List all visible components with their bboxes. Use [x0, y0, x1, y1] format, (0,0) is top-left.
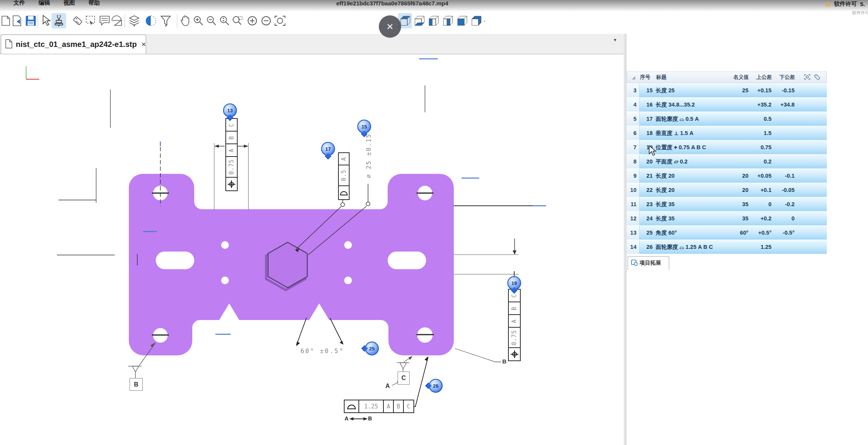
license-status[interactable]: ⚠ 软件许可 5. [825, 0, 865, 8]
row-index[interactable]: 11 [627, 197, 640, 211]
view-cube-back-icon[interactable] [469, 13, 483, 28]
menu-edit[interactable]: 编辑 [38, 0, 50, 7]
table-row[interactable]: 7 19 位置度 ⌖ 0.75 A B C 0.75 [627, 140, 827, 154]
row-index[interactable]: 9 [627, 169, 640, 183]
fcf-position-13[interactable]: C B A 0.75 [226, 118, 237, 191]
row-index[interactable]: 4 [627, 98, 640, 112]
balloon-number: 19 [511, 280, 517, 286]
view-cube-left-icon[interactable] [427, 13, 440, 28]
menu-view[interactable]: 视图 [63, 0, 75, 7]
chevron-down-icon[interactable]: ▾ [133, 24, 135, 28]
zoom-out-button-icon[interactable] [260, 13, 272, 28]
table-row[interactable]: 6 18 垂直度 ⊥ 1.5 A 1.5 [627, 126, 827, 140]
chevron-left-icon[interactable]: ‹ [484, 18, 485, 23]
view-cube-right-icon[interactable] [441, 13, 455, 28]
datum-box-b[interactable]: B [130, 378, 143, 391]
select-cursor-icon[interactable] [40, 13, 52, 28]
table-row[interactable]: 3 15 长度 25 25 +0.15 -0.15 [627, 83, 827, 97]
table-row[interactable]: 10 22 长度 20 20 +0.1 -0.05 [627, 183, 827, 197]
fcf-profile-26[interactable]: 1.25 A B C [344, 400, 414, 413]
row-index[interactable]: 13 [627, 226, 640, 240]
row-index[interactable]: 7 [627, 140, 640, 154]
open-document-icon[interactable] [12, 13, 24, 28]
table-body: 3 15 长度 25 25 +0.15 -0.15 4 16 长度 34.8..… [627, 83, 827, 254]
fcf-position-19[interactable]: C B A 0.75 [508, 289, 520, 361]
zoom-window-icon[interactable] [232, 13, 244, 28]
column-upper[interactable]: 上公差 [751, 72, 774, 83]
view-cube-front-icon[interactable] [455, 13, 469, 28]
zoom-fit-icon[interactable] [218, 13, 231, 28]
panel-collapse-icon[interactable]: ▾ [614, 37, 616, 43]
view-cube-bottom-icon[interactable] [412, 13, 426, 28]
table-header[interactable]: ◢ 序号 标题 名义值 上公差 下公差 [627, 72, 827, 83]
chevron-down-icon[interactable]: ▾ [58, 24, 60, 28]
tag-annotation-icon[interactable] [72, 13, 84, 28]
save-icon[interactable] [25, 13, 37, 28]
model-viewport[interactable] [0, 54, 624, 445]
row-index[interactable]: 6 [627, 126, 640, 140]
menu-help[interactable]: 帮助 [88, 0, 100, 7]
row-lower-tol [774, 155, 797, 168]
row-title: 面轮廓度 ⌓ 0.5 A [656, 112, 728, 126]
datum-box-c[interactable]: C [398, 372, 410, 385]
table-row[interactable]: 9 21 长度 20 20 +0.05 -0.1 [627, 169, 827, 183]
fcf-profile-17[interactable]: A 0.5 [338, 153, 349, 200]
pmi-balloon-19[interactable]: 19 [507, 276, 521, 290]
marquee-select-icon[interactable] [85, 13, 97, 28]
video-title: eff19e21bdc37f7baa0e7865f67a48c7.mp4 [336, 0, 448, 7]
table-row[interactable]: 12 24 长度 35 35 +0.2 0 [627, 212, 827, 225]
tab-project-expand[interactable]: 项目拓展 [628, 256, 669, 270]
pmi-balloon-15[interactable]: 15 [357, 120, 371, 133]
zoom-in-tool-icon[interactable] [192, 13, 205, 28]
chevron-down-icon[interactable]: ▾ [165, 24, 167, 28]
column-seq[interactable]: 序号 [640, 72, 656, 83]
fcf-datum: A [387, 403, 390, 410]
filter-icon[interactable]: ▾ [158, 13, 173, 28]
close-tab-icon[interactable]: × [142, 40, 146, 49]
tab-label: 项目拓展 [640, 260, 661, 267]
pmi-balloon-25[interactable]: 25 [365, 342, 379, 355]
table-row[interactable]: 11 23 长度 35 35 0 -0.2 [627, 197, 827, 211]
tag-column-icon[interactable] [814, 74, 821, 81]
measure-tools-icon[interactable] [111, 13, 123, 28]
stamp-tool-icon[interactable]: ▾ [52, 13, 66, 28]
sort-icon[interactable]: ◢ [627, 72, 640, 83]
diameter-dimension-text[interactable]: ⌀ 25 ±0.15 [365, 133, 372, 178]
table-row[interactable]: 5 17 面轮廓度 ⌓ 0.5 A 0.5 [627, 112, 827, 126]
comment-icon[interactable] [98, 13, 111, 28]
layers-icon[interactable]: ▾ [127, 13, 142, 28]
table-row[interactable]: 13 25 角度 60° 60° +0.5° -0.5° [627, 226, 827, 240]
menu-file[interactable]: 文件 [13, 0, 25, 7]
row-nominal: 60° [728, 226, 751, 240]
zoom-out-tool-icon[interactable] [205, 13, 218, 28]
row-index[interactable]: 12 [627, 212, 640, 225]
column-title[interactable]: 标题 [656, 72, 728, 83]
angle-dimension-text[interactable]: 60° ±0.5° [300, 347, 344, 355]
row-index[interactable]: 5 [627, 112, 640, 126]
table-row[interactable]: 4 16 长度 34.8...35.2 +35.2 +34.8 [627, 98, 827, 112]
video-close-button[interactable]: × [379, 15, 401, 38]
row-index[interactable]: 8 [627, 155, 640, 168]
column-lower[interactable]: 下公差 [774, 72, 797, 83]
zoom-in-button-icon[interactable] [246, 13, 258, 28]
new-document-icon[interactable] [0, 13, 12, 28]
datum-label-a: A [385, 383, 390, 390]
column-nominal[interactable]: 名义值 [728, 72, 751, 83]
row-index[interactable]: 14 [627, 240, 640, 254]
contrast-view-icon[interactable] [145, 13, 157, 28]
row-lower-tol: -0.2 [774, 197, 797, 211]
document-tab[interactable]: nist_ctc_01_asme1_ap242-e1.stp × [1, 35, 146, 54]
row-index[interactable]: 10 [627, 183, 640, 197]
pmi-balloon-13[interactable]: 13 [223, 103, 237, 117]
pmi-balloon-17[interactable]: 17 [321, 142, 335, 156]
row-index[interactable]: 3 [627, 83, 640, 97]
zoom-extents-icon[interactable] [274, 13, 286, 28]
position-symbol-icon [508, 347, 521, 361]
row-seq: 22 [640, 183, 656, 197]
pmi-balloon-26[interactable]: 26 [429, 379, 443, 393]
pan-hand-icon[interactable] [179, 13, 192, 28]
table-row[interactable]: 8 20 平面度 ▱ 0.2 0.2 [627, 155, 827, 168]
table-row[interactable]: 14 26 面轮廓度 ⌓ 1.25 A B C 1.25 [627, 240, 827, 254]
row-seq: 25 [640, 226, 656, 240]
capture-column-icon[interactable] [804, 74, 811, 81]
